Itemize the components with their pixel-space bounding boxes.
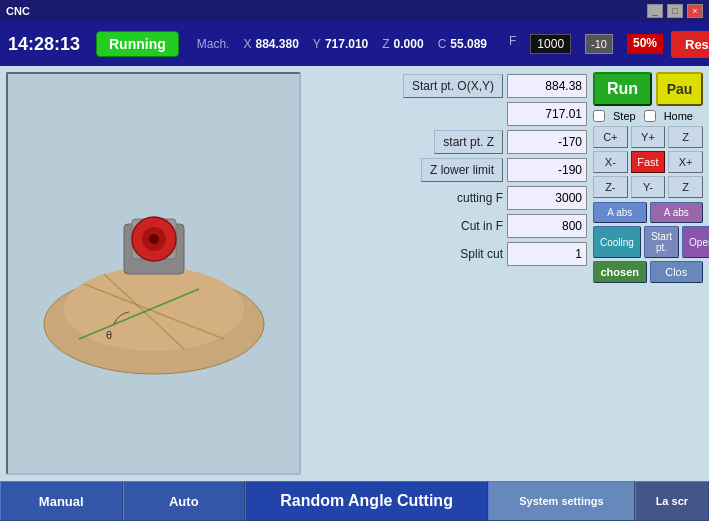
coord-group: Mach. X 884.380 Y 717.010 Z 0.000 C 55.0…	[197, 34, 663, 54]
y-plus-btn[interactable]: Y+	[631, 126, 666, 148]
a-abs2-btn[interactable]: A abs	[650, 202, 704, 223]
last-btn[interactable]: La scr	[635, 481, 709, 521]
x-plus-btn[interactable]: X+	[668, 151, 703, 173]
cnc-illustration: θ	[24, 164, 284, 384]
start-z-input[interactable]	[507, 130, 587, 154]
manual-btn[interactable]: Manual	[0, 481, 123, 521]
side-btn-row-2: Cooling Start pt. Opera	[593, 226, 703, 258]
taskbar: Manual Auto Random Angle Cutting System …	[0, 481, 709, 521]
speed-box: 1000	[530, 34, 571, 54]
svg-text:θ: θ	[106, 329, 112, 341]
status-bar: 14:28:13 Running Mach. X 884.380 Y 717.0…	[0, 22, 709, 66]
chosen-btn[interactable]: chosen	[593, 261, 647, 283]
y-label: Y	[313, 37, 321, 51]
run-button[interactable]: Run	[593, 72, 652, 106]
step-checkbox[interactable]	[593, 110, 605, 122]
opera-btn[interactable]: Opera	[682, 226, 709, 258]
reset-button[interactable]: Reset	[671, 31, 709, 58]
start-pt-side-btn[interactable]: Start pt.	[644, 226, 679, 258]
start-pt-btn[interactable]: Start pt. O(X,Y)	[403, 74, 503, 98]
home-label: Home	[664, 110, 693, 122]
start-z-btn[interactable]: start pt. Z	[434, 130, 503, 154]
side-btn-row-1: A abs A abs	[593, 202, 703, 223]
maximize-btn[interactable]: □	[667, 4, 683, 18]
a-abs-btn[interactable]: A abs	[593, 202, 647, 223]
run-pause-row: Run Pau	[593, 72, 703, 106]
coord-x: X 884.380	[243, 34, 298, 54]
svg-point-1	[64, 267, 244, 351]
start-y-input[interactable]	[507, 102, 587, 126]
cut-in-f-input[interactable]	[507, 214, 587, 238]
program-title: Random Angle Cutting	[245, 481, 488, 521]
cooling-btn[interactable]: Cooling	[593, 226, 641, 258]
auto-btn[interactable]: Auto	[123, 481, 246, 521]
close-btn[interactable]: ×	[687, 4, 703, 18]
cut-in-f-row: Cut in F	[307, 214, 587, 238]
y-minus-btn[interactable]: Y-	[631, 176, 666, 198]
z-lower-btn[interactable]: Z lower limit	[421, 158, 503, 182]
title-text: CNC	[6, 5, 30, 17]
f-label: F	[509, 34, 516, 54]
split-cut-row: Split cut	[307, 242, 587, 266]
x-minus-btn[interactable]: X-	[593, 151, 628, 173]
title-bar: CNC _ □ ×	[0, 0, 709, 22]
3d-view-panel: θ	[6, 72, 301, 475]
z-label: Z	[382, 37, 389, 51]
params-panel: Start pt. O(X,Y) start pt. Z Z lower lim…	[307, 72, 587, 475]
minus-btn[interactable]: -10	[585, 34, 613, 54]
coord-c: C 55.089	[438, 34, 487, 54]
check-row: Step Home	[593, 110, 703, 122]
split-cut-input[interactable]	[507, 242, 587, 266]
cut-in-f-label: Cut in F	[413, 219, 503, 233]
y-value: 717.010	[325, 37, 368, 51]
side-btn-row-3: chosen Clos	[593, 261, 703, 283]
jog-grid: C+ Y+ Z X- Fast X+ Z- Y- Z	[593, 126, 703, 198]
x-value: 884.380	[255, 37, 298, 51]
start-z-row: start pt. Z	[307, 130, 587, 154]
running-badge[interactable]: Running	[96, 31, 179, 57]
right-controls: Run Pau Step Home C+ Y+ Z X- Fast X+ Z- …	[593, 72, 703, 475]
start-x-input[interactable]	[507, 74, 587, 98]
svg-point-8	[149, 234, 159, 244]
close-btn-side[interactable]: Clos	[650, 261, 704, 283]
coord-z: Z 0.000	[382, 34, 423, 54]
cutting-f-row: cutting F	[307, 186, 587, 210]
coord-mach: Mach.	[197, 34, 230, 54]
window-controls[interactable]: _ □ ×	[647, 4, 703, 18]
mach-label: Mach.	[197, 37, 230, 51]
coord-y: Y 717.010	[313, 34, 368, 54]
home-checkbox[interactable]	[644, 110, 656, 122]
z2-btn[interactable]: Z	[668, 176, 703, 198]
z-minus-btn[interactable]: Z-	[593, 176, 628, 198]
system-settings-btn[interactable]: System settings	[488, 481, 635, 521]
fast-btn[interactable]: Fast	[631, 151, 666, 173]
step-label: Step	[613, 110, 636, 122]
c-label: C	[438, 37, 447, 51]
z-right-btn[interactable]: Z	[668, 126, 703, 148]
x-label: X	[243, 37, 251, 51]
cutting-f-label: cutting F	[413, 191, 503, 205]
percent-box: 50%	[627, 34, 663, 54]
z-value: 0.000	[394, 37, 424, 51]
c-value: 55.089	[450, 37, 487, 51]
cutting-f-input[interactable]	[507, 186, 587, 210]
start-y-row	[307, 102, 587, 126]
pause-button[interactable]: Pau	[656, 72, 703, 106]
c-plus-btn[interactable]: C+	[593, 126, 628, 148]
z-lower-row: Z lower limit	[307, 158, 587, 182]
split-cut-label: Split cut	[413, 247, 503, 261]
time-display: 14:28:13	[8, 34, 88, 55]
side-buttons: A abs A abs Cooling Start pt. Opera chos…	[593, 202, 703, 283]
minimize-btn[interactable]: _	[647, 4, 663, 18]
start-pt-row: Start pt. O(X,Y)	[307, 74, 587, 98]
main-area: θ Start pt. O(X,Y) start pt. Z Z lower l…	[0, 66, 709, 481]
z-lower-input[interactable]	[507, 158, 587, 182]
